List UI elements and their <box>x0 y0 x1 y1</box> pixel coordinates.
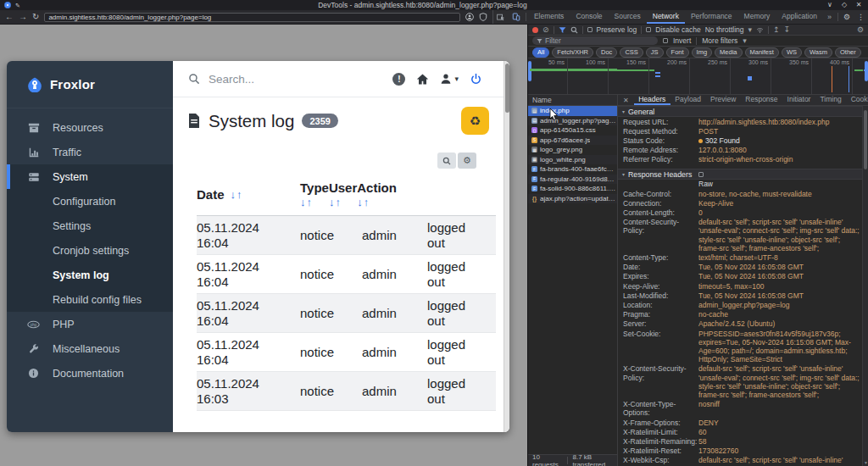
logout-power-icon[interactable] <box>470 73 482 86</box>
preserve-log-checkbox[interactable] <box>587 27 593 32</box>
chip-manifest[interactable]: Manifest <box>745 47 779 58</box>
sidebar-item-rebuild-config-files[interactable]: Rebuild config files <box>7 287 173 312</box>
home-icon[interactable] <box>416 73 429 86</box>
alert-icon[interactable]: ! <box>392 73 405 86</box>
inspect-icon[interactable] <box>493 10 509 24</box>
request-row[interactable]: ▤index.php <box>528 106 617 116</box>
filter-input[interactable]: Filter <box>532 36 658 45</box>
devtools-tab-console[interactable]: Console <box>570 10 608 24</box>
network-settings-icon[interactable]: ⚙ <box>857 26 864 34</box>
table-search-button[interactable] <box>437 153 456 169</box>
url-bar[interactable]: admin.sightless.htb:8080/admin_logger.ph… <box>44 13 460 22</box>
sidebar-item-system-log[interactable]: System log <box>7 263 173 287</box>
devtools-menu-icon[interactable]: ⋮ <box>854 10 868 24</box>
request-row[interactable]: Ffa-solid-900-886c8611.woff2 <box>528 184 617 194</box>
chip-doc[interactable]: Doc <box>596 47 617 58</box>
name-column-header[interactable]: Name <box>528 95 617 106</box>
sort-arrows[interactable]: ↓↑ <box>231 188 243 201</box>
request-row[interactable]: Ffa-regular-400-9169d8be.wo... <box>528 175 617 185</box>
details-tab-preview[interactable]: Preview <box>706 95 741 105</box>
chip-img[interactable]: Img <box>692 47 713 58</box>
network-conditions-icon[interactable] <box>756 26 764 34</box>
reload-icon[interactable]: ↻ <box>32 13 39 21</box>
sidebar-item-php[interactable]: phpPHP <box>7 312 173 336</box>
back-icon[interactable]: ← <box>5 13 14 21</box>
details-scrollbar[interactable]: ▼ <box>862 106 868 466</box>
details-tab-cookies[interactable]: Cookies <box>846 95 868 105</box>
chip-font[interactable]: Font <box>666 47 689 58</box>
devtools-tab-memory[interactable]: Memory <box>738 10 776 24</box>
request-row[interactable]: ▦logo_grey.png <box>528 145 617 155</box>
chip-other[interactable]: Other <box>835 47 861 58</box>
devtools-settings-icon[interactable]: ⚙ <box>840 10 854 24</box>
sort-arrows[interactable]: ↓↑ <box>300 196 329 208</box>
chip-fetch-xhr[interactable]: Fetch/XHR <box>552 47 593 58</box>
sidebar-item-documentation[interactable]: Documentation <box>7 361 173 386</box>
request-row[interactable]: Ffa-brands-400-faae6fc0.woff2 <box>528 164 617 175</box>
details-scrollbar-thumb[interactable] <box>864 110 867 169</box>
table-settings-button[interactable]: ⚙ <box>458 153 476 169</box>
sidebar-item-configuration[interactable]: Configuration <box>7 189 173 214</box>
chip-css[interactable]: CSS <box>620 47 643 58</box>
devtools-tab-elements[interactable]: Elements <box>528 10 570 24</box>
account-icon[interactable] <box>479 13 487 21</box>
details-tab-timing[interactable]: Timing <box>815 95 846 105</box>
chip-media[interactable]: Media <box>715 47 742 58</box>
details-tab-payload[interactable]: Payload <box>670 95 706 105</box>
more-filters-button[interactable]: More filters <box>702 36 737 45</box>
devtools-tab-sources[interactable]: Sources <box>609 10 647 24</box>
profile-icon[interactable] <box>465 13 474 21</box>
device-toolbar-icon[interactable] <box>509 10 524 24</box>
minimize-button[interactable]: ∨ <box>825 2 835 8</box>
sort-arrows[interactable]: ↓↑ <box>357 196 397 208</box>
page-scrollbar[interactable] <box>504 61 509 432</box>
chip-all[interactable]: All <box>532 47 549 58</box>
sort-arrows[interactable]: ↓↑ <box>329 196 357 208</box>
truncate-log-button[interactable]: ♻ <box>461 107 489 135</box>
details-tab-initiator[interactable]: Initiator <box>782 95 815 105</box>
request-row[interactable]: {}ajax.php?action=updatechec... <box>528 194 617 204</box>
export-har-icon[interactable]: ↧ <box>784 26 791 34</box>
overview-right-handle[interactable] <box>865 61 868 81</box>
request-row[interactable]: Sapp-67d6acee.js <box>528 136 617 146</box>
throttling-select[interactable]: No throttling <box>705 25 744 34</box>
sidebar-item-resources[interactable]: Resources <box>7 115 173 140</box>
sidebar-item-system[interactable]: System <box>7 164 173 189</box>
close-button[interactable]: ✕ <box>854 2 864 8</box>
user-menu[interactable]: ▾ <box>440 73 459 85</box>
page-scrollbar-thumb[interactable] <box>505 64 509 113</box>
details-tab-headers[interactable]: Headers <box>634 95 670 105</box>
sidebar-item-miscellaneous[interactable]: Miscellaneous <box>7 336 173 361</box>
disable-cache-checkbox[interactable] <box>646 27 651 32</box>
network-overview[interactable]: 50 ms100 ms150 ms200 ms250 ms300 ms350 m… <box>528 58 868 95</box>
maximize-button[interactable]: ◇ <box>839 2 849 8</box>
filter-icon[interactable] <box>559 26 566 34</box>
chip-ws[interactable]: WS <box>782 47 802 58</box>
response-headers-section-header[interactable]: ▾ Response Headers <box>618 169 862 180</box>
sidebar-item-traffic[interactable]: Traffic <box>7 140 173 164</box>
sidebar-item-settings[interactable]: Settings <box>7 214 173 238</box>
clear-icon[interactable]: ⊘ <box>542 26 549 34</box>
search-input[interactable]: Search... <box>209 73 254 86</box>
request-row[interactable]: ▤admin_logger.php?page=log <box>528 116 617 126</box>
forward-icon[interactable]: → <box>19 13 27 21</box>
network-search-icon[interactable] <box>570 26 578 34</box>
request-row[interactable]: {}app-61450a15.css <box>528 125 617 136</box>
more-tabs-icon[interactable]: » <box>823 10 836 24</box>
general-section-header[interactable]: ▾ General <box>618 106 862 117</box>
chip-js[interactable]: JS <box>646 47 664 58</box>
brand[interactable]: Froxlor <box>7 61 173 108</box>
devtools-tab-application[interactable]: Application <box>776 10 823 24</box>
close-details-icon[interactable]: ✕ <box>618 95 634 105</box>
raw-headers-checkbox[interactable] <box>698 172 704 177</box>
devtools-tab-performance[interactable]: Performance <box>685 10 738 24</box>
overview-left-handle[interactable] <box>528 61 531 81</box>
request-row[interactable]: ▦logo_white.png <box>528 155 617 165</box>
invert-checkbox[interactable] <box>663 38 668 43</box>
sidebar-item-cronjob-settings[interactable]: Cronjob settings <box>7 238 173 263</box>
chip-wasm[interactable]: Wasm <box>804 47 832 58</box>
devtools-tab-network[interactable]: Network <box>647 10 685 24</box>
details-tab-response[interactable]: Response <box>741 95 782 105</box>
scroll-down-arrow-icon[interactable]: ▼ <box>863 460 868 465</box>
import-har-icon[interactable]: ↥ <box>773 26 780 34</box>
